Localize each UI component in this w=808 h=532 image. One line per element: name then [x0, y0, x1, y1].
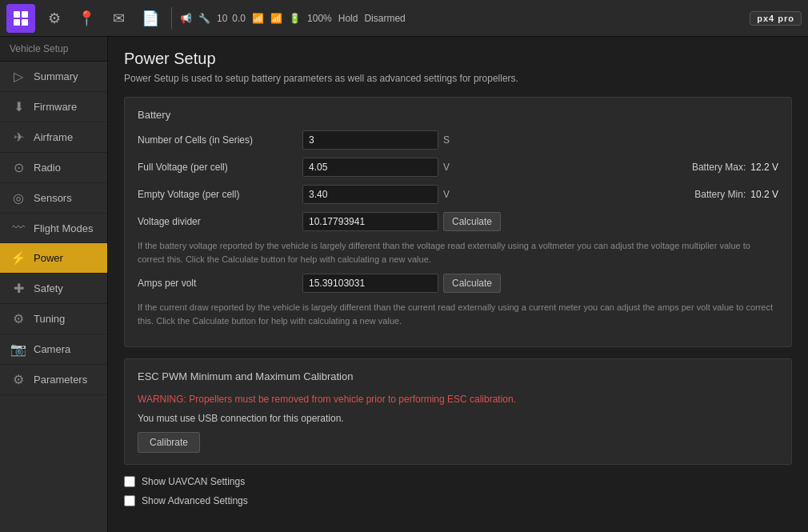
cells-input[interactable]: [302, 130, 438, 150]
sidebar-item-label: Summary: [34, 70, 78, 82]
advanced-label: Show Advanced Settings: [142, 495, 248, 506]
sidebar-item-label: Airframe: [34, 131, 73, 143]
esc-warning: WARNING: Propellers must be removed from…: [138, 392, 778, 406]
sidebar-item-label: Radio: [34, 162, 61, 174]
location-icon[interactable]: 📍: [72, 4, 101, 33]
sidebar-item-label: Tuning: [34, 313, 65, 325]
empty-voltage-label: Empty Voltage (per cell): [138, 189, 298, 200]
cells-unit: S: [443, 134, 454, 146]
hold-status: Hold: [338, 13, 358, 24]
send-icon[interactable]: ✉: [104, 4, 133, 33]
uavcan-checkbox[interactable]: [124, 476, 135, 487]
voltage-divider-input[interactable]: [302, 212, 438, 231]
full-voltage-unit: V: [443, 162, 454, 173]
battery-section-title: Battery: [138, 109, 778, 121]
signal-icon: 📶: [270, 13, 282, 24]
battery-pct: 100%: [307, 13, 332, 24]
esc-section-title: ESC PWM Minimum and Maximum Calibration: [138, 370, 778, 382]
battery-min-value: 10.2 V: [750, 189, 778, 200]
sidebar-item-label: Safety: [34, 282, 63, 294]
sidebar: Vehicle Setup ▷ Summary ⬇ Firmware ✈ Air…: [0, 37, 108, 532]
page-title: Power Setup: [124, 50, 792, 68]
armed-status: Disarmed: [364, 13, 405, 24]
analyze-icon[interactable]: 📄: [136, 4, 165, 33]
full-voltage-row: Full Voltage (per cell) V Battery Max: 1…: [138, 158, 778, 177]
cells-row: Number of Cells (in Series) S: [138, 130, 778, 150]
counter-display: 10 0.0: [217, 13, 246, 24]
main-layout: Vehicle Setup ▷ Summary ⬇ Firmware ✈ Air…: [0, 37, 808, 532]
radio-icon: ⊙: [10, 160, 27, 175]
advanced-checkbox-row: Show Advanced Settings: [124, 495, 792, 506]
uavcan-label: Show UAVCAN Settings: [142, 476, 245, 487]
page-description: Power Setup is used to setup battery par…: [124, 73, 792, 84]
summary-icon: ▷: [10, 69, 27, 84]
sidebar-item-safety[interactable]: ✚ Safety: [0, 274, 107, 304]
full-voltage-label: Full Voltage (per cell): [138, 162, 298, 173]
voltage-divider-row: Voltage divider Calculate: [138, 212, 778, 231]
sidebar-item-sensors[interactable]: ◎ Sensors: [0, 183, 107, 214]
safety-icon: ✚: [10, 281, 27, 296]
svg-rect-2: [14, 19, 20, 26]
sidebar-item-flight-modes[interactable]: 〰 Flight Modes: [0, 214, 107, 243]
empty-voltage-unit: V: [443, 189, 454, 200]
svg-rect-0: [14, 11, 20, 18]
full-voltage-input[interactable]: [302, 158, 438, 177]
sidebar-item-label: Sensors: [34, 192, 72, 204]
sidebar-header: Vehicle Setup: [0, 37, 107, 62]
amps-per-volt-hint: If the current draw reported by the vehi…: [138, 301, 778, 327]
sidebar-item-summary[interactable]: ▷ Summary: [0, 62, 107, 92]
divider: [171, 7, 172, 30]
main-content: Power Setup Power Setup is used to setup…: [108, 37, 808, 532]
sidebar-item-parameters[interactable]: ⚙ Parameters: [0, 365, 107, 395]
sidebar-item-label: Power: [34, 252, 63, 264]
empty-voltage-input[interactable]: [302, 185, 438, 204]
sidebar-item-label: Firmware: [34, 101, 77, 113]
svg-rect-3: [22, 19, 28, 26]
battery-max-display: Battery Max: 12.2 V: [692, 162, 778, 173]
megaphone-icon: 📢: [180, 13, 192, 24]
svg-rect-1: [22, 11, 28, 18]
amps-per-volt-input[interactable]: [302, 274, 438, 293]
amps-per-volt-label: Amps per volt: [138, 278, 298, 289]
esc-usb-note: You must use USB connection for this ope…: [138, 413, 778, 424]
radio-icon: 📶: [252, 13, 264, 24]
sidebar-item-label: Flight Modes: [34, 222, 93, 234]
sidebar-item-firmware[interactable]: ⬇ Firmware: [0, 92, 107, 122]
sidebar-item-radio[interactable]: ⊙ Radio: [0, 153, 107, 183]
status-bar: 📢 🔧 10 0.0 📶 📶 🔋 100% Hold Disarmed: [180, 13, 406, 24]
brand-logo: px4 pro: [750, 11, 802, 26]
uavcan-checkbox-row: Show UAVCAN Settings: [124, 476, 792, 487]
amps-per-volt-calculate-button[interactable]: Calculate: [443, 274, 501, 293]
voltage-divider-hint: If the battery voltage reported by the v…: [138, 239, 778, 266]
settings-icon[interactable]: ⚙: [40, 4, 69, 33]
sidebar-item-camera[interactable]: 📷 Camera: [0, 334, 107, 365]
sidebar-item-airframe[interactable]: ✈ Airframe: [0, 122, 107, 153]
airframe-icon: ✈: [10, 130, 27, 145]
advanced-checkbox[interactable]: [124, 495, 135, 506]
camera-icon: 📷: [10, 342, 27, 357]
battery-min-label: Battery Min:: [694, 189, 746, 200]
sidebar-item-label: Parameters: [34, 374, 87, 386]
calibrate-button[interactable]: Calibrate: [138, 432, 200, 453]
sidebar-item-power[interactable]: ⚡ Power: [0, 243, 107, 274]
parameters-icon: ⚙: [10, 372, 27, 387]
voltage-divider-calculate-button[interactable]: Calculate: [443, 212, 501, 231]
app-logo[interactable]: [6, 4, 35, 33]
battery-max-value: 12.2 V: [750, 162, 778, 173]
firmware-icon: ⬇: [10, 99, 27, 114]
amps-per-volt-row: Amps per volt Calculate: [138, 274, 778, 293]
wrench-icon: 🔧: [198, 13, 210, 24]
power-icon: ⚡: [10, 250, 27, 266]
empty-voltage-row: Empty Voltage (per cell) V Battery Min: …: [138, 185, 778, 204]
esc-card: ESC PWM Minimum and Maximum Calibration …: [124, 358, 792, 465]
flight-modes-icon: 〰: [10, 221, 27, 235]
battery-card: Battery Number of Cells (in Series) S Fu…: [124, 97, 792, 347]
topbar: ⚙ 📍 ✉ 📄 📢 🔧 10 0.0 📶 📶 🔋 100% Hold Disar…: [0, 0, 808, 37]
sensors-icon: ◎: [10, 190, 27, 206]
cells-label: Number of Cells (in Series): [138, 134, 298, 146]
battery-min-display: Battery Min: 10.2 V: [694, 189, 778, 200]
tuning-icon: ⚙: [10, 311, 27, 326]
sidebar-item-tuning[interactable]: ⚙ Tuning: [0, 304, 107, 334]
sidebar-item-label: Camera: [34, 343, 70, 355]
battery-max-label: Battery Max:: [692, 162, 746, 173]
